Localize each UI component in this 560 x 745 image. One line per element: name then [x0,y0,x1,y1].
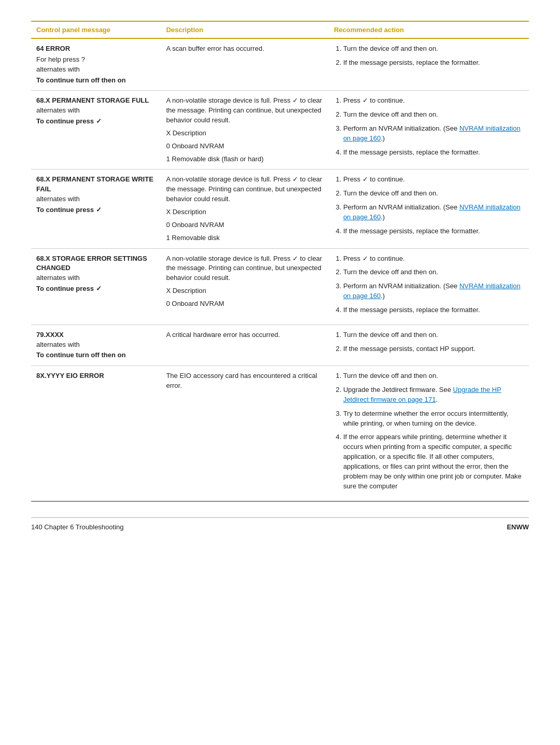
description-cell-row-64error: A scan buffer error has occurred. [161,38,328,91]
action-cell-row-79xxxx: Turn the device off and then on.If the m… [329,325,529,366]
action-item-0: Press ✓ to continue. [343,254,524,264]
action-item-1: If the message persists, contact HP supp… [343,344,524,354]
action-item-3: If the error appears while printing, det… [343,432,524,491]
message-title: 68.X STORAGE ERROR SETTINGS CHANGED [36,254,156,274]
table-row: 68.X PERMANENT STORAGE WRITE FAILalterna… [31,170,529,248]
action-cell-row-68x-write-fail: Press ✓ to continue.Turn the device off … [329,170,529,248]
action-cell-row-8x-eio: Turn the device off and then on.Upgrade … [329,366,529,501]
description-cell-row-68x-full: A non-volatile storage device is full. P… [161,91,328,170]
col-header-description: Description [161,21,328,38]
message-alt: alternates with [36,106,156,116]
description-sub-2: 1 Removable disk (flash or hard) [166,154,323,164]
message-continue: To continue press ✓ [36,205,156,215]
message-title: 68.X PERMANENT STORAGE FULL [36,96,156,106]
page-footer: 140 Chapter 6 Troubleshooting ENWW [31,517,529,531]
action-item-1: Turn the device off and then on. [343,189,524,199]
description-sub-0: X Description [166,286,323,296]
message-cell-row-68x-write-fail: 68.X PERMANENT STORAGE WRITE FAILalterna… [31,170,161,248]
footer-enww: ENWW [507,523,529,531]
action-cell-row-64error: Turn the device off and then on.If the m… [329,38,529,91]
description-sub-1: 0 Onboard NVRAM [166,220,323,230]
action-item-1: If the message persists, replace the for… [343,58,524,68]
action-link-nvram-init-160c[interactable]: NVRAM initialization on page 160 [343,282,521,300]
action-list: Press ✓ to continue.Turn the device off … [334,96,524,157]
action-item-0: Turn the device off and then on. [343,330,524,340]
description-main: A non-volatile storage device is full. P… [166,254,323,284]
description-main: A non-volatile storage device is full. P… [166,96,323,125]
description-sub-2: 1 Removable disk [166,233,323,243]
message-title: 68.X PERMANENT STORAGE WRITE FAIL [36,175,156,194]
message-continue: To continue turn off then on [36,76,156,86]
description-sub-1: 0 Onboard NVRAM [166,142,323,151]
action-cell-row-68x-full: Press ✓ to continue.Turn the device off … [329,91,529,170]
message-continue: To continue press ✓ [36,117,156,126]
description-main: A critical hardware error has occurred. [166,330,323,340]
action-item-2: Perform an NVRAM initialization. (See NV… [343,282,524,301]
message-alt: alternates with [36,194,156,204]
message-cell-row-8x-eio: 8X.YYYY EIO ERROR [31,366,161,501]
page-content: Control panel message Description Recomm… [31,21,529,531]
action-item-0: Turn the device off and then on. [343,371,524,381]
message-continue: To continue turn off then on [36,350,156,360]
message-alt: alternates with [36,273,156,283]
table-row: 64 ERRORFor help press ?alternates withT… [31,38,529,91]
description-main: The EIO accessory card has encountered a… [166,371,323,391]
description-main: A non-volatile storage device is full. P… [166,175,323,204]
action-list: Press ✓ to continue.Turn the device off … [334,254,524,315]
message-alt: alternates with [36,65,156,75]
action-list: Press ✓ to continue.Turn the device off … [334,175,524,236]
message-cell-row-79xxxx: 79.XXXXalternates withTo continue turn o… [31,325,161,366]
col-header-message: Control panel message [31,21,161,38]
message-cell-row-64error: 64 ERRORFor help press ?alternates withT… [31,38,161,91]
message-title: 79.XXXX [36,330,156,340]
message-continue: To continue press ✓ [36,284,156,294]
action-list: Turn the device off and then on.If the m… [334,330,524,354]
description-cell-row-79xxxx: A critical hardware error has occurred. [161,325,328,366]
table-row: 79.XXXXalternates withTo continue turn o… [31,325,529,366]
action-item-0: Press ✓ to continue. [343,175,524,185]
action-link-nvram-init-160b[interactable]: NVRAM initialization on page 160 [343,203,521,221]
col-header-action: Recommended action [329,21,529,38]
action-link-nvram-init-160[interactable]: NVRAM initialization on page 160 [343,124,521,142]
action-item-3: If the message persists, replace the for… [343,305,524,315]
description-main: A scan buffer error has occurred. [166,44,323,54]
main-table: Control panel message Description Recomm… [31,21,529,502]
action-cell-row-68x-storage-changed: Press ✓ to continue.Turn the device off … [329,248,529,325]
action-item-1: Turn the device off and then on. [343,110,524,120]
footer-chapter: 140 Chapter 6 Troubleshooting [31,523,124,531]
action-list: Turn the device off and then on.Upgrade … [334,371,524,491]
description-sub-1: 0 Onboard NVRAM [166,299,323,309]
message-title: 8X.YYYY EIO ERROR [36,371,156,381]
action-item-3: If the message persists, replace the for… [343,227,524,236]
table-row: 68.X PERMANENT STORAGE FULLalternates wi… [31,91,529,170]
description-cell-row-68x-write-fail: A non-volatile storage device is full. P… [161,170,328,248]
action-item-1: Turn the device off and then on. [343,268,524,277]
message-cell-row-68x-full: 68.X PERMANENT STORAGE FULLalternates wi… [31,91,161,170]
action-link-jetdirect-171[interactable]: Upgrade the HP Jetdirect firmware on pag… [343,386,501,403]
action-list: Turn the device off and then on.If the m… [334,44,524,68]
table-row: 68.X STORAGE ERROR SETTINGS CHANGEDalter… [31,248,529,325]
action-item-3: If the message persists, replace the for… [343,148,524,158]
description-sub-0: X Description [166,129,323,138]
table-row: 8X.YYYY EIO ERRORThe EIO accessory card … [31,366,529,501]
table-header-row: Control panel message Description Recomm… [31,21,529,38]
message-sub: For help press ? [36,55,156,65]
action-item-2: Perform an NVRAM initialization. (See NV… [343,124,524,144]
action-item-2: Perform an NVRAM initialization. (See NV… [343,203,524,222]
message-cell-row-68x-storage-changed: 68.X STORAGE ERROR SETTINGS CHANGEDalter… [31,248,161,325]
message-title: 64 ERROR [36,44,156,54]
action-item-0: Turn the device off and then on. [343,44,524,54]
description-cell-row-68x-storage-changed: A non-volatile storage device is full. P… [161,248,328,325]
description-sub-0: X Description [166,207,323,217]
action-item-0: Press ✓ to continue. [343,96,524,106]
action-item-1: Upgrade the Jetdirect firmware. See Upgr… [343,385,524,405]
message-alt: alternates with [36,340,156,350]
description-cell-row-8x-eio: The EIO accessory card has encountered a… [161,366,328,501]
action-item-2: Try to determine whether the error occur… [343,409,524,429]
